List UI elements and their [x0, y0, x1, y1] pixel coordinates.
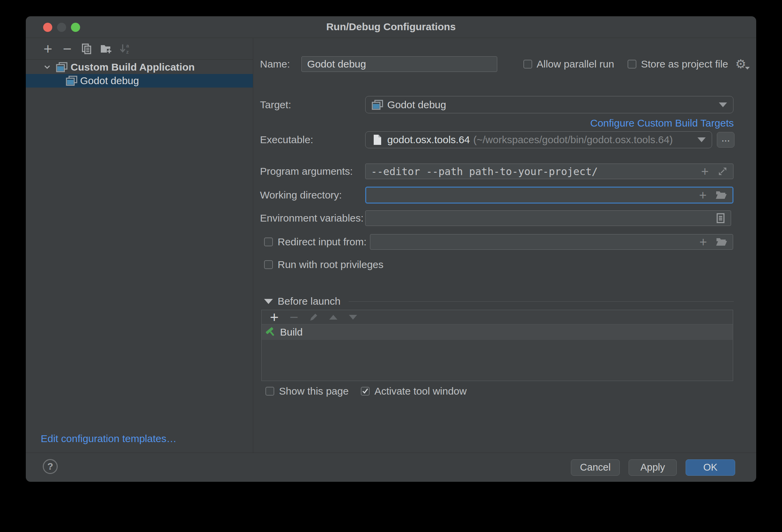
svg-text:z: z: [126, 49, 129, 55]
name-input[interactable]: Godot debug: [301, 56, 497, 72]
executable-label: Executable:: [260, 131, 313, 148]
title-bar: Run/Debug Configurations: [26, 16, 756, 38]
configure-custom-build-targets-link[interactable]: Configure Custom Build Targets: [590, 117, 734, 129]
before-launch-task-build[interactable]: Build: [262, 324, 733, 340]
allow-parallel-run-checkbox[interactable]: [523, 60, 532, 69]
check-icon: [361, 387, 369, 395]
target-value: Godot debug: [387, 99, 446, 111]
add-configuration-icon[interactable]: +: [42, 43, 54, 55]
redirect-input-path-input[interactable]: +: [370, 234, 733, 250]
root-privileges-label[interactable]: Run with root privileges: [278, 259, 384, 270]
environment-variables-input[interactable]: [365, 210, 731, 226]
edit-variables-list-icon[interactable]: [716, 213, 725, 224]
edit-task-pencil-icon[interactable]: [308, 311, 319, 323]
ok-button[interactable]: OK: [686, 459, 735, 476]
apply-button[interactable]: Apply: [629, 459, 677, 476]
application-icon: [372, 99, 383, 111]
expand-field-icon[interactable]: [718, 166, 728, 176]
executable-path: (~/workspaces/godot/bin/godot.osx.tools.…: [473, 134, 673, 146]
dialog-footer: ? Cancel Apply OK: [26, 453, 756, 482]
executable-value: godot.osx.tools.64: [387, 134, 470, 146]
sort-alphabetically-icon[interactable]: a z: [119, 43, 131, 55]
add-macro-icon[interactable]: +: [700, 237, 707, 247]
tree-group-custom-build-application[interactable]: Custom Build Application: [26, 60, 253, 74]
before-launch-header[interactable]: Before launch: [264, 295, 734, 307]
chevron-down-icon[interactable]: [41, 61, 53, 73]
activate-tool-window-label[interactable]: Activate tool window: [374, 385, 467, 397]
dropdown-arrow-icon: [697, 137, 706, 142]
redirect-input-label[interactable]: Redirect input from:: [278, 236, 367, 248]
file-icon: [372, 134, 383, 146]
traffic-lights: [43, 23, 80, 32]
root-privileges-checkbox[interactable]: [264, 260, 273, 269]
configurations-sidebar: + −: [26, 38, 253, 453]
top-checkboxes: Allow parallel run Store as project file…: [523, 56, 750, 72]
cancel-button[interactable]: Cancel: [571, 459, 620, 476]
program-arguments-label: Program arguments:: [260, 164, 353, 179]
open-folder-icon[interactable]: [715, 190, 727, 200]
tree-item-label: Godot debug: [80, 75, 139, 87]
program-arguments-value: --editor --path path-to-your-project/: [371, 166, 598, 177]
store-as-project-file-label[interactable]: Store as project file: [641, 58, 728, 70]
store-as-project-file-checkbox[interactable]: [628, 60, 636, 69]
new-folder-icon[interactable]: [100, 43, 112, 55]
show-this-page-checkbox[interactable]: [265, 387, 274, 396]
open-folder-icon[interactable]: [716, 237, 727, 247]
target-select[interactable]: Godot debug: [365, 96, 733, 113]
hammer-icon: [265, 326, 277, 338]
before-launch-toolbar: + −: [262, 310, 733, 324]
add-macro-icon[interactable]: +: [701, 166, 709, 176]
configuration-form: Name: Godot debug Allow parallel run Sto…: [253, 38, 756, 453]
task-label: Build: [280, 326, 303, 338]
browse-executable-button[interactable]: ...: [717, 132, 734, 148]
before-launch-panel: + −: [261, 310, 733, 381]
window-title: Run/Debug Configurations: [26, 16, 756, 37]
add-task-icon[interactable]: +: [268, 311, 280, 323]
remove-configuration-icon[interactable]: −: [61, 43, 73, 55]
copy-configuration-icon[interactable]: [81, 43, 92, 55]
redirect-input-checkbox[interactable]: [264, 238, 273, 246]
zoom-button[interactable]: [71, 23, 80, 32]
application-icon: [56, 61, 68, 73]
collapse-triangle-icon[interactable]: [264, 299, 273, 304]
tree-group-label: Custom Build Application: [71, 61, 195, 73]
move-up-icon[interactable]: [328, 311, 339, 323]
name-label: Name:: [260, 56, 290, 72]
allow-parallel-run-label[interactable]: Allow parallel run: [537, 58, 614, 70]
tree-item-godot-debug[interactable]: Godot debug: [26, 74, 253, 88]
target-label: Target:: [260, 96, 291, 113]
add-macro-icon[interactable]: +: [699, 190, 707, 200]
move-down-icon[interactable]: [347, 311, 359, 323]
show-this-page-label[interactable]: Show this page: [279, 385, 349, 397]
working-directory-label: Working directory:: [260, 187, 342, 204]
page-options-row: Show this page Activate tool window: [265, 385, 467, 397]
before-launch-title: Before launch: [278, 296, 340, 307]
close-button[interactable]: [43, 23, 52, 32]
redirect-input-row: Redirect input from:: [264, 234, 367, 250]
help-button[interactable]: ?: [43, 459, 58, 474]
dropdown-arrow-icon: [719, 102, 727, 107]
program-arguments-input[interactable]: --editor --path path-to-your-project/ +: [365, 164, 733, 179]
working-directory-input[interactable]: +: [365, 187, 733, 204]
sidebar-toolbar: + −: [26, 38, 253, 60]
name-value: Godot debug: [307, 58, 366, 70]
root-privileges-row: Run with root privileges: [264, 258, 384, 271]
run-debug-configurations-dialog: Run/Debug Configurations + −: [26, 16, 756, 482]
activate-tool-window-checkbox[interactable]: [361, 387, 370, 396]
edit-configuration-templates-link[interactable]: Edit configuration templates…: [41, 433, 176, 444]
svg-text:a: a: [126, 43, 129, 49]
remove-task-icon[interactable]: −: [288, 311, 300, 323]
environment-variables-label: Environment variables:: [260, 210, 364, 226]
store-options-gear-icon[interactable]: ⚙: [735, 58, 749, 70]
executable-select[interactable]: godot.osx.tools.64 (~/workspaces/godot/b…: [365, 131, 712, 148]
application-icon: [66, 75, 77, 87]
minimize-button[interactable]: [57, 23, 66, 32]
